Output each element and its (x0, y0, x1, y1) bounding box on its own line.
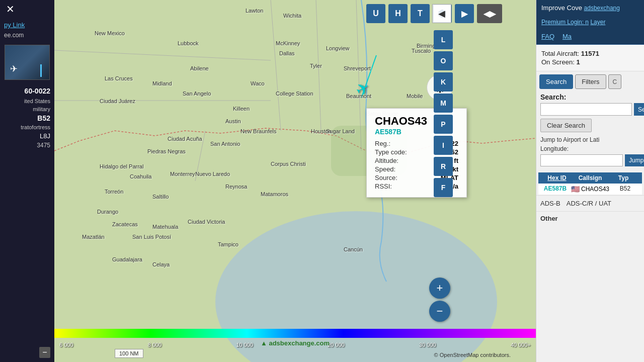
sidebar-thumbnail: ✈ (5, 45, 50, 80)
stats-section: Total Aircraft: 11571 On Screen: 1 (536, 45, 644, 71)
side-nav: L O K M P I R F (434, 30, 453, 197)
btn-f[interactable]: F (434, 178, 453, 197)
jump-label: Jump to Airport or Lati (540, 136, 640, 143)
table-header-type[interactable]: Typ (608, 174, 639, 182)
popup-rssi-label: RSSI: (375, 183, 392, 190)
improve-coverage-text: Improve Cove (541, 4, 582, 12)
other-label: Other (540, 215, 640, 222)
btn-o[interactable]: O (434, 51, 453, 70)
left-sidebar: ✕ py Link ee.com ✈ 60-0022 ited States m… (0, 0, 54, 362)
search-go-button[interactable]: Sear (634, 103, 644, 116)
jump-section: Jump to Airport or Lati Longitude: Jump (536, 134, 644, 170)
total-aircraft-row: Total Aircraft: 11571 (541, 50, 639, 57)
filter-section: ADS-B ADS-C/R / UAT (536, 195, 644, 211)
sidebar-zoom-bar: − (0, 343, 54, 362)
table-cell-hex: AE587B (541, 185, 569, 193)
filter-adsb-label: ADS-B (540, 200, 560, 207)
table-cell-callsign: 🇺🇸 CHAOS43 (571, 185, 609, 193)
table-row[interactable]: AE587B 🇺🇸 CHAOS43 B52 (538, 184, 642, 195)
sidebar-link[interactable]: py Link (0, 19, 54, 31)
search-section: Search: Sear Clear Search (536, 89, 644, 134)
btn-l[interactable]: L (434, 30, 453, 49)
tab-other[interactable]: C (608, 74, 622, 89)
layer-link[interactable]: Layer (590, 19, 605, 26)
popup-speed-label: Speed: (375, 165, 395, 173)
total-aircraft-value: 11571 (581, 50, 599, 57)
sidebar-registration: 60-0022 (0, 85, 54, 97)
popup-alt-label: Altitude: (375, 157, 398, 164)
search-label: Search: (540, 93, 640, 101)
sidebar-zoom-minus[interactable]: − (39, 347, 50, 358)
btn-r[interactable]: R (434, 157, 453, 176)
btn-nav-arrows[interactable]: ◀▶ (477, 4, 502, 23)
sidebar-category: military (0, 105, 54, 113)
right-panel-header: Improve Cove adsbexchang (536, 0, 644, 16)
map-link[interactable]: Ma (562, 33, 572, 40)
jump-input-row: Jump (540, 154, 640, 166)
adsbx-logo: ▲ adsbexchange.com (261, 339, 330, 347)
table-header: Hex ID Callsign Typ (538, 172, 642, 184)
table-header-callsign[interactable]: Callsign (575, 174, 606, 182)
thumb-plane-icon: ✈ (10, 63, 18, 74)
zoom-controls: + − (429, 278, 450, 322)
thumb-pole (40, 64, 42, 77)
btn-k[interactable]: K (434, 72, 453, 92)
sidebar-domain: ee.com (0, 31, 54, 40)
sidebar-full-name: tratofortress (0, 123, 54, 131)
map-attribution: © OpenStreetMap contributors. (434, 352, 511, 358)
faq-link[interactable]: FAQ (541, 33, 554, 40)
alt-40000: 40 000+ (511, 342, 531, 348)
right-panel-links: FAQ Ma (536, 29, 644, 45)
on-screen-label: On Screen: (541, 58, 575, 66)
btn-i[interactable]: I (434, 136, 453, 155)
btn-m[interactable]: M (434, 94, 453, 113)
alt-10000: 10 000 (236, 342, 253, 348)
close-button[interactable]: ✕ (3, 2, 17, 16)
longitude-label: Longitude: (540, 145, 640, 152)
sidebar-country: ited States (0, 97, 54, 105)
alt-30000: 30 000 (419, 342, 436, 348)
tab-filters[interactable]: Filters (575, 74, 606, 89)
btn-t[interactable]: T (411, 4, 430, 23)
filter-adsc-label: ADS-C/R / UAT (567, 200, 611, 207)
on-screen-value: 1 (576, 58, 580, 66)
attribution-text: © OpenStreetMap contributors. (434, 352, 511, 358)
on-screen-row: On Screen: 1 (541, 58, 639, 66)
sidebar-type-code: B52 (0, 113, 54, 123)
alt-8000: 8 000 (148, 342, 162, 348)
collapse-panel-button[interactable]: ◀ (432, 4, 451, 23)
clear-search-button[interactable]: Clear Search (540, 119, 592, 132)
tab-search[interactable]: Search (539, 74, 573, 89)
table-cell-type: B52 (611, 185, 639, 193)
jump-input[interactable] (540, 154, 623, 166)
other-section: Other (536, 211, 644, 225)
premium-section: Premium Login: n Layer (536, 16, 644, 29)
map-scale: 100 NM (115, 349, 143, 358)
callsign-text: CHAOS43 (581, 186, 609, 193)
search-input[interactable] (540, 103, 632, 116)
popup-source-label: Source: (375, 174, 397, 182)
popup-reg-label: Reg.: (375, 140, 390, 147)
sidebar-squawk: L8J (0, 131, 54, 141)
sidebar-altitude: 3475 (0, 141, 54, 150)
btn-p[interactable]: P (434, 115, 453, 134)
altitude-color-bar (54, 329, 536, 338)
zoom-in-button[interactable]: + (429, 278, 450, 299)
search-input-row: Sear (540, 103, 640, 116)
jump-button[interactable]: Jump (625, 154, 644, 166)
btn-nav-right[interactable]: ▶ (455, 4, 474, 23)
zoom-out-button[interactable]: − (429, 301, 450, 322)
premium-login-link[interactable]: Premium Login: n (541, 19, 589, 26)
search-filter-tabs: Search Filters C (536, 71, 644, 89)
alt-6000: 6 000 (59, 342, 73, 348)
popup-type-label: Type code: (375, 148, 407, 156)
btn-h[interactable]: H (388, 4, 408, 23)
adsbx-link[interactable]: adsbexchang (584, 5, 620, 12)
table-header-hexid[interactable]: Hex ID (541, 174, 573, 182)
alt-20000: 20 000 (328, 342, 345, 348)
total-aircraft-label: Total Aircraft: (541, 50, 579, 57)
btn-u[interactable]: U (366, 4, 385, 23)
map-area[interactable]: LawtonWichitaNew MexicoLubbockMcKinneyLo… (54, 0, 536, 362)
right-panel: Improve Cove adsbexchang Premium Login: … (536, 0, 644, 362)
flag-icon: 🇺🇸 (571, 185, 580, 193)
